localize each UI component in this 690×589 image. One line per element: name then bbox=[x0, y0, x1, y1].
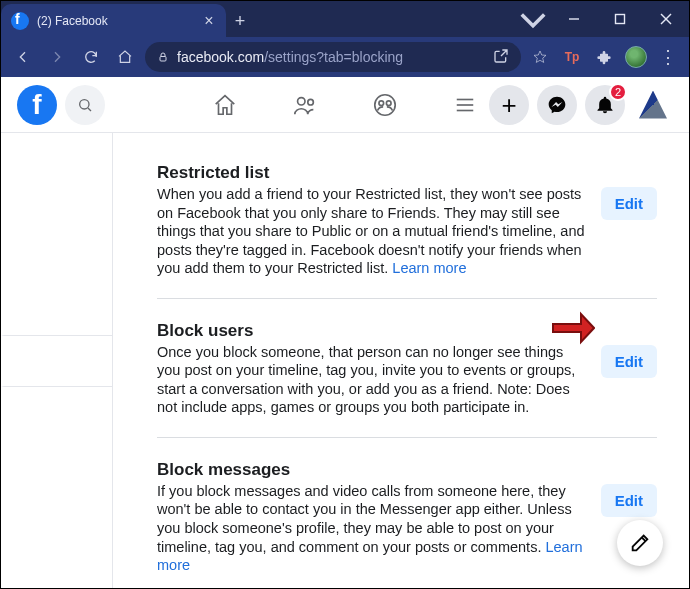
tab-close-button[interactable]: × bbox=[200, 13, 218, 29]
window-minimize-button[interactable] bbox=[551, 1, 597, 37]
compose-fab-button[interactable] bbox=[617, 520, 663, 566]
svg-point-5 bbox=[80, 99, 89, 108]
browser-menu-button[interactable]: ⋮ bbox=[655, 44, 681, 70]
window-maximize-button[interactable] bbox=[597, 1, 643, 37]
share-icon[interactable] bbox=[493, 48, 509, 67]
section-description: When you add a friend to your Restricted… bbox=[157, 185, 587, 278]
section-description: Once you block someone, that person can … bbox=[157, 343, 587, 417]
nav-home-button[interactable] bbox=[111, 43, 139, 71]
url-host: facebook.com/settings?tab=blocking bbox=[177, 49, 403, 65]
fb-logo-icon[interactable]: f bbox=[17, 85, 57, 125]
learn-more-link[interactable]: Learn more bbox=[392, 260, 466, 276]
section-block-users: Block users Once you block someone, that… bbox=[157, 321, 657, 438]
nav-forward-button[interactable] bbox=[43, 43, 71, 71]
extension-tp-icon[interactable]: Tp bbox=[559, 44, 585, 70]
svg-rect-1 bbox=[616, 15, 625, 24]
section-title: Restricted list bbox=[157, 163, 587, 183]
svg-point-8 bbox=[308, 99, 314, 105]
notif-badge: 2 bbox=[609, 83, 627, 101]
lock-icon bbox=[157, 51, 169, 63]
address-bar[interactable]: facebook.com/settings?tab=blocking bbox=[145, 42, 521, 72]
svg-rect-4 bbox=[160, 57, 166, 62]
svg-point-9 bbox=[375, 94, 395, 114]
bookmark-star-button[interactable] bbox=[527, 44, 553, 70]
section-title: Block messages bbox=[157, 460, 587, 480]
messenger-button[interactable] bbox=[537, 85, 577, 125]
browser-tab[interactable]: (2) Facebook × bbox=[1, 4, 226, 37]
window-titlebar: (2) Facebook × + bbox=[1, 1, 689, 37]
window-close-button[interactable] bbox=[643, 1, 689, 37]
tab-favicon-icon bbox=[11, 12, 29, 30]
notifications-button[interactable]: 2 bbox=[585, 85, 625, 125]
extensions-button[interactable] bbox=[591, 44, 617, 70]
extension-avatar-icon[interactable] bbox=[623, 44, 649, 70]
new-tab-button[interactable]: + bbox=[226, 5, 254, 37]
nav-groups-icon[interactable] bbox=[369, 89, 401, 121]
fb-center-nav bbox=[209, 89, 481, 121]
svg-point-7 bbox=[298, 97, 305, 104]
create-button[interactable]: + bbox=[489, 85, 529, 125]
section-block-messages: Block messages If you block messages and… bbox=[157, 460, 657, 589]
nav-menu-icon[interactable] bbox=[449, 89, 481, 121]
section-description: If you block messages and video calls fr… bbox=[157, 482, 587, 575]
fb-search-button[interactable] bbox=[65, 85, 105, 125]
browser-toolbar: facebook.com/settings?tab=blocking Tp ⋮ bbox=[1, 37, 689, 77]
svg-point-11 bbox=[386, 100, 391, 105]
svg-line-6 bbox=[88, 108, 91, 111]
nav-back-button[interactable] bbox=[9, 43, 37, 71]
sidebar-item[interactable] bbox=[1, 133, 112, 185]
fb-topbar: f + 2 bbox=[1, 77, 689, 133]
tab-search-button[interactable] bbox=[515, 1, 551, 37]
section-title: Block users bbox=[157, 321, 587, 341]
settings-sidebar bbox=[1, 133, 113, 589]
svg-point-10 bbox=[379, 100, 384, 105]
settings-main: Restricted list When you add a friend to… bbox=[113, 133, 689, 589]
nav-reload-button[interactable] bbox=[77, 43, 105, 71]
section-restricted: Restricted list When you add a friend to… bbox=[157, 163, 657, 299]
nav-friends-icon[interactable] bbox=[289, 89, 321, 121]
nav-home-icon[interactable] bbox=[209, 89, 241, 121]
tab-title: (2) Facebook bbox=[37, 14, 192, 28]
edit-button[interactable]: Edit bbox=[601, 345, 657, 378]
edit-button[interactable]: Edit bbox=[601, 187, 657, 220]
edit-button[interactable]: Edit bbox=[601, 484, 657, 517]
content-area: Restricted list When you add a friend to… bbox=[1, 133, 689, 589]
app-logo-icon[interactable] bbox=[633, 85, 673, 125]
sidebar-item-active[interactable] bbox=[1, 335, 112, 387]
